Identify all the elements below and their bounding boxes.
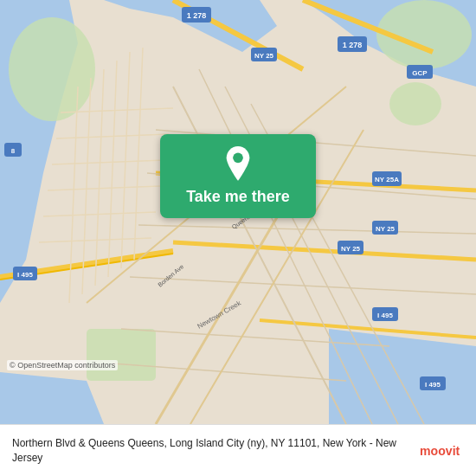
- location-pin-icon: [221, 146, 255, 181]
- bottom-bar: Northern Blvd & Queens Queens, Long Isla…: [0, 424, 476, 476]
- svg-text:I 495: I 495: [425, 381, 441, 389]
- moovit-logo: moovit: [420, 438, 467, 464]
- svg-rect-9: [87, 329, 156, 381]
- address-text: Northern Blvd & Queens Queens, Long Isla…: [12, 436, 402, 466]
- map-container: 1 278 1 278 NY 25 NY 25A NY 25 NY 25 GCP…: [0, 0, 476, 424]
- svg-text:NY 25: NY 25: [254, 52, 274, 60]
- svg-text:I 495: I 495: [377, 312, 393, 319]
- svg-text:1 278: 1 278: [187, 11, 207, 20]
- svg-point-6: [9, 17, 95, 121]
- take-me-there-button[interactable]: Take me there: [160, 134, 316, 218]
- svg-text:1 278: 1 278: [343, 41, 363, 49]
- moovit-logo-svg: moovit: [420, 438, 467, 464]
- svg-text:moovit: moovit: [420, 444, 460, 458]
- svg-text:NY 25: NY 25: [376, 225, 396, 233]
- svg-text:NY 25A: NY 25A: [375, 176, 399, 183]
- map-attribution: © OpenStreetMap contributors: [7, 360, 118, 370]
- svg-point-67: [233, 153, 243, 164]
- svg-text:I 495: I 495: [17, 271, 33, 279]
- svg-text:GCP: GCP: [412, 69, 428, 77]
- svg-text:8: 8: [11, 147, 16, 155]
- svg-point-8: [389, 82, 441, 125]
- svg-text:NY 25: NY 25: [341, 245, 361, 253]
- take-me-there-label: Take me there: [186, 188, 290, 206]
